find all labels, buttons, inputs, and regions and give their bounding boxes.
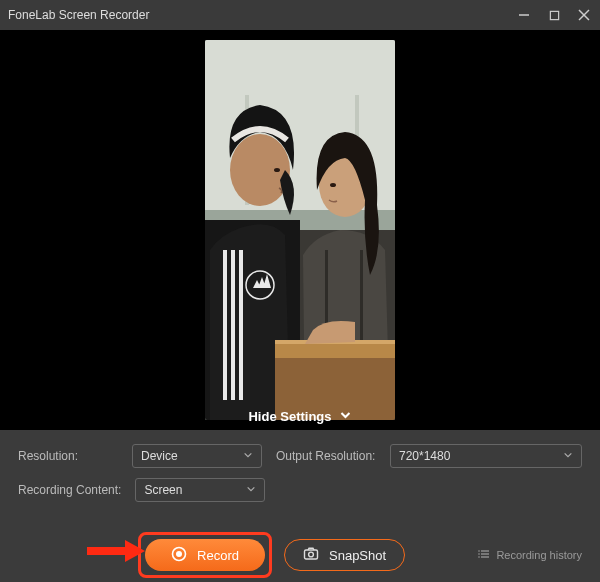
titlebar: FoneLab Screen Recorder bbox=[0, 0, 600, 30]
svg-rect-27 bbox=[305, 550, 318, 559]
recording-content-value: Screen bbox=[144, 483, 182, 497]
chevron-down-icon bbox=[243, 449, 253, 463]
svg-point-32 bbox=[479, 550, 481, 552]
hide-settings-label: Hide Settings bbox=[248, 409, 331, 424]
snapshot-button[interactable]: SnapShot bbox=[284, 539, 405, 571]
minimize-button[interactable] bbox=[516, 7, 532, 23]
settings-row-1: Resolution: Device Output Resolution: 72… bbox=[18, 444, 582, 468]
record-button-label: Record bbox=[197, 548, 239, 563]
app-title: FoneLab Screen Recorder bbox=[8, 8, 516, 22]
annotation-arrow-icon bbox=[85, 538, 145, 564]
record-icon bbox=[171, 546, 187, 565]
window-controls bbox=[516, 7, 592, 23]
svg-rect-1 bbox=[550, 11, 558, 19]
resolution-value: Device bbox=[141, 449, 178, 463]
output-resolution-dropdown[interactable]: 720*1480 bbox=[390, 444, 582, 468]
recording-content-dropdown[interactable]: Screen bbox=[135, 478, 265, 502]
recording-content-label: Recording Content: bbox=[18, 483, 121, 497]
svg-point-14 bbox=[274, 168, 280, 172]
hide-settings-toggle[interactable]: Hide Settings bbox=[248, 409, 351, 424]
svg-point-13 bbox=[230, 134, 290, 206]
output-resolution-label: Output Resolution: bbox=[276, 449, 376, 463]
svg-point-19 bbox=[330, 183, 336, 187]
recording-history-label: Recording history bbox=[496, 549, 582, 561]
bottom-button-bar: Record SnapShot Recording history bbox=[0, 522, 600, 582]
chevron-down-icon bbox=[246, 483, 256, 497]
close-button[interactable] bbox=[576, 7, 592, 23]
svg-rect-11 bbox=[239, 250, 243, 400]
settings-row-2: Recording Content: Screen bbox=[18, 478, 582, 502]
recording-history-link[interactable]: Recording history bbox=[478, 548, 582, 562]
svg-point-28 bbox=[309, 552, 314, 557]
snapshot-button-label: SnapShot bbox=[329, 548, 386, 563]
svg-point-34 bbox=[479, 556, 481, 558]
resolution-dropdown[interactable]: Device bbox=[132, 444, 262, 468]
output-resolution-value: 720*1480 bbox=[399, 449, 450, 463]
settings-panel: Resolution: Device Output Resolution: 72… bbox=[0, 430, 600, 522]
record-highlight-box: Record bbox=[138, 532, 272, 578]
list-icon bbox=[478, 548, 490, 562]
chevron-down-icon bbox=[340, 409, 352, 424]
record-button[interactable]: Record bbox=[145, 539, 265, 571]
maximize-button[interactable] bbox=[546, 7, 562, 23]
svg-point-26 bbox=[176, 551, 182, 557]
svg-rect-9 bbox=[223, 250, 227, 400]
svg-point-33 bbox=[479, 553, 481, 555]
phone-preview bbox=[205, 40, 395, 420]
resolution-label: Resolution: bbox=[18, 449, 118, 463]
preview-area: Hide Settings bbox=[0, 30, 600, 430]
svg-rect-10 bbox=[231, 250, 235, 400]
chevron-down-icon bbox=[563, 449, 573, 463]
camera-icon bbox=[303, 546, 319, 565]
